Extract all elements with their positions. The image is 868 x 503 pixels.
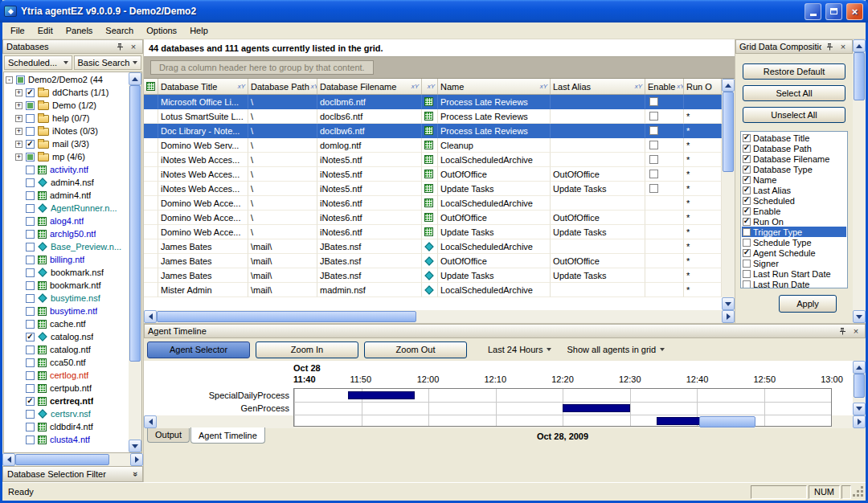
tree-checkbox[interactable] (26, 230, 35, 239)
grid-row[interactable]: James Bates\mail\JBates.nsfUpdate TasksU… (144, 268, 722, 283)
tree-item[interactable]: busytime.ntf (6, 305, 129, 317)
sort-filter-icon[interactable]: xY (635, 83, 642, 90)
tree-checkbox[interactable] (26, 166, 35, 174)
close-icon[interactable]: × (837, 42, 849, 52)
tree-checkbox[interactable] (26, 281, 35, 290)
field-checkbox[interactable] (743, 197, 751, 205)
close-icon[interactable]: × (128, 42, 139, 52)
tree-checkbox[interactable] (26, 397, 35, 406)
scroll-up-button[interactable] (129, 72, 141, 85)
enable-checkbox[interactable] (649, 112, 658, 121)
scroll-down-button[interactable] (853, 310, 866, 323)
pin-icon[interactable] (114, 42, 125, 52)
tree-item[interactable]: cca50.ntf (6, 356, 129, 369)
zo­om-out-button[interactable]: Zoom Out (364, 341, 467, 358)
scroll-right-button[interactable] (130, 453, 143, 466)
field-checkbox[interactable] (743, 218, 751, 226)
resize-grip[interactable] (853, 485, 864, 498)
grid-row[interactable]: iNotes Web Acces...\iNotes5.ntfLocalSche… (144, 153, 722, 167)
scroll-down-button[interactable] (722, 297, 735, 310)
tree-expander-icon[interactable]: + (15, 141, 23, 148)
grid-row[interactable]: Domino Web Serv...\domlog.ntfCleanup* (144, 138, 722, 153)
tab-output[interactable]: Output (147, 428, 190, 443)
tree-item[interactable]: +mp (4/6) (6, 150, 129, 163)
field-checkbox[interactable] (743, 134, 751, 142)
maximize-button[interactable] (825, 3, 842, 20)
tree-item[interactable]: +ddCharts (1/1) (6, 86, 129, 99)
grid-col-header[interactable]: Run O (684, 79, 722, 94)
tree-item[interactable]: bookmark.nsf (6, 266, 129, 279)
tree-expander-icon[interactable]: + (15, 89, 23, 96)
tree-item[interactable]: AgentRunner.n... (6, 202, 129, 215)
tree-item[interactable]: admin4.nsf (6, 176, 129, 189)
scroll-right-button[interactable] (853, 415, 866, 428)
field-item[interactable]: Trigger Type (742, 227, 846, 237)
zoom-in-button[interactable]: Zoom In (256, 341, 358, 358)
sort-filter-icon[interactable]: xY (411, 83, 419, 90)
database-selection-filter-bar[interactable]: Database Selection Filter » (2, 466, 143, 482)
field-item[interactable]: Database Filename (742, 153, 846, 164)
menu-item-panels[interactable]: Panels (59, 24, 100, 37)
tree-item[interactable]: +help (0/7) (6, 112, 129, 125)
sort-filter-icon[interactable]: xY (311, 83, 317, 90)
tab-agent-timeline[interactable]: Agent Timeline (190, 427, 265, 444)
field-item[interactable]: Database Type (742, 164, 846, 174)
pin-icon[interactable] (824, 42, 835, 52)
sort-filter-icon[interactable]: xY (540, 83, 547, 90)
tree-item[interactable]: +Demo (1/2) (6, 99, 129, 112)
tree-item[interactable]: archlg50.ntf (6, 227, 129, 240)
search-mode-dropdown[interactable]: Basic Search (74, 55, 142, 70)
grid-col-header[interactable]: Last AliasxY (551, 79, 645, 94)
grid-horizontal-scrollbar[interactable] (144, 310, 735, 323)
tree-checkbox[interactable] (26, 436, 35, 444)
menu-item-edit[interactable]: Edit (31, 24, 59, 37)
grid-row[interactable]: iNotes Web Acces...\iNotes5.ntfUpdate Ta… (144, 182, 722, 196)
unselect-all-button[interactable]: Unselect All (743, 107, 845, 123)
tree-checkbox[interactable] (26, 127, 35, 136)
tree-checkbox[interactable] (26, 101, 35, 110)
tree-checkbox[interactable] (26, 256, 35, 264)
tree-item[interactable]: admin4.ntf (6, 189, 129, 202)
restore-default-button[interactable]: Restore Default (743, 63, 845, 80)
scrollbar-thumb[interactable] (129, 85, 141, 362)
field-checkbox[interactable] (743, 166, 751, 174)
field-checkbox[interactable] (743, 145, 751, 153)
enable-checkbox[interactable] (649, 184, 658, 193)
tree-item[interactable]: activity.ntf (6, 163, 129, 176)
tree-checkbox[interactable] (26, 268, 35, 277)
scroll-left-button[interactable] (144, 310, 157, 323)
field-checkbox[interactable] (743, 155, 751, 163)
close-button[interactable]: × (846, 3, 863, 20)
pin-icon[interactable] (837, 326, 848, 337)
tree-item[interactable]: certpub.ntf (6, 382, 129, 395)
scroll-down-button[interactable] (129, 440, 141, 452)
tree-horizontal-scrollbar[interactable] (2, 453, 143, 466)
field-checkbox[interactable] (743, 249, 751, 257)
tree-item[interactable]: +iNotes (0/3) (6, 125, 129, 137)
tree-expander-icon[interactable]: + (15, 115, 23, 122)
scroll-up-button[interactable] (722, 79, 735, 92)
grid-col-header[interactable]: Database PathxY (248, 79, 317, 94)
tree-checkbox[interactable] (26, 140, 35, 149)
grid-row[interactable]: James Bates\mail\JBates.nsfLocalSchedule… (144, 239, 722, 254)
scrollbar-thumb[interactable] (723, 92, 734, 172)
grid-col-header[interactable]: xY (422, 79, 438, 94)
scrollbar-thumb[interactable] (854, 374, 865, 398)
menu-item-options[interactable]: Options (140, 24, 183, 37)
tree-item[interactable]: catalog.ntf (6, 343, 129, 356)
field-item[interactable]: Enable (742, 206, 846, 216)
tree-item[interactable]: cldbdir4.ntf (6, 420, 129, 433)
field-item[interactable]: Agent Schedule (742, 247, 846, 258)
tree-item[interactable]: certsrv.nsf (6, 407, 129, 420)
grid-row[interactable]: Domino Web Acce...\iNotes6.ntfUpdate Tas… (144, 225, 722, 239)
enable-checkbox[interactable] (649, 170, 658, 178)
tree-item[interactable]: clusta4.ntf (6, 433, 129, 446)
enable-checkbox[interactable] (649, 97, 658, 106)
tree-item[interactable]: certlog.ntf (6, 369, 129, 382)
tree-item[interactable]: busytime.nsf (6, 292, 129, 305)
scroll-down-button[interactable] (853, 403, 866, 415)
field-item[interactable]: Signer (742, 258, 846, 268)
tree-checkbox[interactable] (16, 76, 25, 84)
tree-item[interactable]: certreq.ntf (6, 395, 129, 407)
tree-checkbox[interactable] (26, 333, 35, 341)
